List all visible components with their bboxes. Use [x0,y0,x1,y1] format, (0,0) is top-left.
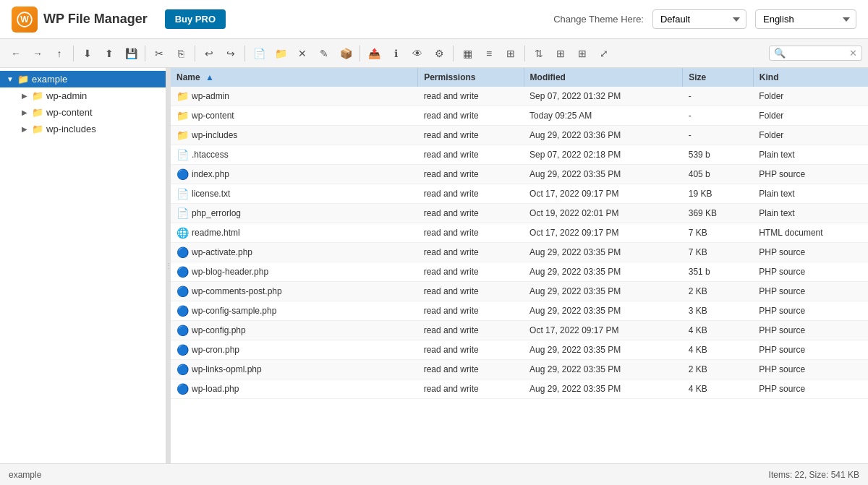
forward-button[interactable]: → [27,43,48,64]
sidebar-item-wp-admin[interactable]: ▶ 📁 wp-admin [14,87,166,104]
up-button[interactable]: ↑ [49,43,69,64]
list-view-button[interactable]: ≡ [479,43,499,64]
copy-button[interactable]: ⎘ [171,43,191,64]
table-row[interactable]: 📄 license.txt read and write Oct 17, 202… [171,184,868,204]
sidebar-label-wp-content: wp-content [46,107,93,118]
file-name-label: .htaccess [192,150,229,160]
table-row[interactable]: 🔵 wp-cron.php read and write Aug 29, 202… [171,340,868,360]
new-folder-button[interactable]: 📁 [271,43,291,64]
col-header-modified[interactable]: Modified [524,68,683,87]
sep4 [244,46,245,61]
clear-search-icon[interactable]: ✕ [849,48,857,59]
sidebar: ▼ 📁 example ▶ 📁 wp-admin ▶ 📁 wp-content … [0,68,166,463]
view-button[interactable]: 👁 [407,43,427,64]
cell-name: 🔵 wp-comments-post.php [171,282,418,301]
cell-size: 4 KB [683,321,754,340]
buy-pro-button[interactable]: Buy PRO [165,9,226,29]
col-header-kind[interactable]: Kind [753,68,868,87]
col-header-permissions[interactable]: Permissions [418,68,524,87]
tree-arrow-wp-admin: ▶ [20,92,29,100]
file-name-label: wp-content [192,111,234,121]
theme-select[interactable]: Default Light Dark [652,9,746,29]
cell-permissions: read and write [418,87,524,106]
cell-permissions: read and write [418,360,524,379]
props-button[interactable]: ⚙ [429,43,449,64]
sidebar-item-example[interactable]: ▼ 📁 example [0,71,166,87]
sort-button[interactable]: ⇅ [529,43,549,64]
undo-button[interactable]: ↩ [199,43,219,64]
col-header-name[interactable]: Name ▲ [171,68,418,87]
table-row[interactable]: 🔵 wp-config.php read and write Oct 17, 2… [171,321,868,340]
table-row[interactable]: 📄 php_errorlog read and write Oct 19, 20… [171,204,868,223]
file-name-label: wp-includes [192,130,237,140]
cell-name: 🔵 index.php [171,165,418,184]
table-row[interactable]: 🌐 readme.html read and write Oct 17, 202… [171,223,868,243]
sidebar-item-wp-content[interactable]: ▶ 📁 wp-content [14,104,166,121]
rename-button[interactable]: ✎ [314,43,334,64]
fullscreen-button[interactable]: ⤢ [594,43,614,64]
cols-view-button[interactable]: ⊞ [501,43,521,64]
table-row[interactable]: 📁 wp-includes read and write Aug 29, 202… [171,126,868,145]
sep5 [359,46,360,61]
svg-text:W: W [20,14,29,25]
delete-button[interactable]: ✕ [292,43,312,64]
download-button[interactable]: ⬇ [77,43,98,64]
tree-children: ▶ 📁 wp-admin ▶ 📁 wp-content ▶ 📁 wp-inclu… [0,87,166,137]
table-row[interactable]: 📄 .htaccess read and write Sep 07, 2022 … [171,145,868,165]
table-row[interactable]: 🔵 index.php read and write Aug 29, 2022 … [171,165,868,184]
table-row[interactable]: 🔵 wp-config-sample.php read and write Au… [171,301,868,321]
search-icon: 🔍 [774,48,786,59]
redo-button[interactable]: ↪ [221,43,241,64]
search-input[interactable] [788,48,846,59]
table-row[interactable]: 🔵 wp-load.php read and write Aug 29, 202… [171,379,868,399]
upload-button[interactable]: ⬆ [99,43,119,64]
sidebar-item-wp-includes[interactable]: ▶ 📁 wp-includes [14,121,166,137]
sidebar-label-wp-includes: wp-includes [46,124,96,134]
header: W WP File Manager Buy PRO Change Theme H… [0,0,868,39]
cell-modified: Oct 17, 2022 09:17 PM [524,184,683,204]
file-icon-php_errorlog: 📄 [176,207,189,219]
save-button[interactable]: 💾 [121,43,141,64]
cell-modified: Oct 19, 2022 02:01 PM [524,204,683,223]
cell-modified: Aug 29, 2022 03:35 PM [524,340,683,360]
table-row[interactable]: 📁 wp-admin read and write Sep 07, 2022 0… [171,87,868,106]
file-name-label: php_errorlog [192,208,241,218]
apps-button[interactable]: ⊞ [572,43,592,64]
archive-button[interactable]: 📦 [336,43,356,64]
table-row[interactable]: 📁 wp-content read and write Today 09:25 … [171,106,868,126]
cell-modified: Aug 29, 2022 03:35 PM [524,301,683,321]
table-row[interactable]: 🔵 wp-comments-post.php read and write Au… [171,282,868,301]
tree-arrow-wp-content: ▶ [20,108,29,117]
file-icon-wp-cron.php: 🔵 [176,344,189,356]
sep7 [524,46,525,61]
cut-button[interactable]: ✂ [149,43,169,64]
table-row[interactable]: 🔵 wp-blog-header.php read and write Aug … [171,262,868,282]
info-button[interactable]: ℹ [386,43,406,64]
language-select[interactable]: English French German Spanish [755,9,856,29]
filter-button[interactable]: ⊞ [550,43,571,64]
cell-permissions: read and write [418,126,524,145]
file-name-label: wp-load.php [192,384,239,394]
table-header: Name ▲ Permissions Modified Size Kind [171,68,868,87]
table-row[interactable]: 🔵 wp-activate.php read and write Aug 29,… [171,243,868,262]
sep1 [73,46,74,61]
statusbar-path: example [9,470,41,480]
cell-size: 405 b [683,165,754,184]
cell-name: 🔵 wp-load.php [171,379,418,399]
cell-permissions: read and write [418,165,524,184]
cell-name: 🌐 readme.html [171,223,418,243]
cell-kind: Folder [753,106,868,126]
col-header-size[interactable]: Size [683,68,754,87]
back-button[interactable]: ← [6,43,26,64]
cell-size: 351 b [683,262,754,282]
table-row[interactable]: 🔵 wp-links-opml.php read and write Aug 2… [171,360,868,379]
cell-kind: PHP source [753,340,868,360]
cell-size: - [683,106,754,126]
extract-button[interactable]: 📤 [364,43,384,64]
grid-view-button[interactable]: ▦ [457,43,477,64]
tree-arrow-example: ▼ [6,75,14,84]
cell-modified: Aug 29, 2022 03:35 PM [524,282,683,301]
new-file-button[interactable]: 📄 [249,43,269,64]
cell-name: 📄 php_errorlog [171,204,418,223]
cell-kind: PHP source [753,379,868,399]
